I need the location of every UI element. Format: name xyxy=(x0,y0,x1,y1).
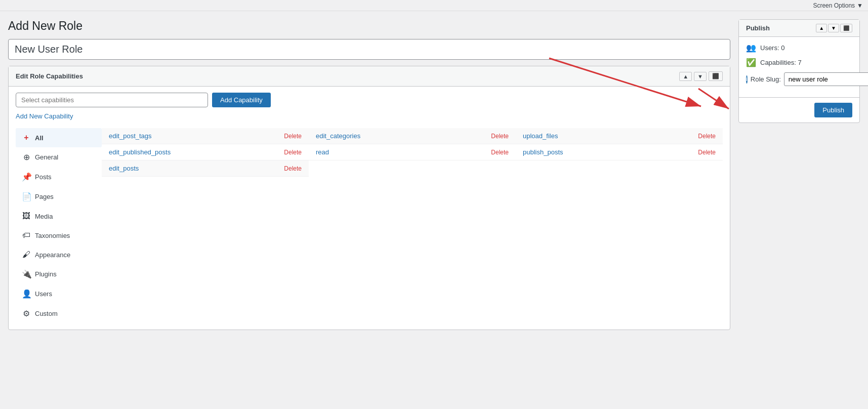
role-slug-input[interactable] xyxy=(784,72,868,86)
role-slug-info-icon: i xyxy=(746,75,748,84)
sidebar-item-plugins[interactable]: 🔌 Plugins xyxy=(16,264,102,284)
sidebar-item-label-pages: Pages xyxy=(35,193,54,200)
screen-options-button[interactable]: Screen Options ▼ xyxy=(813,2,863,9)
table-row: upload_files Delete xyxy=(516,128,723,144)
sidebar-item-label-posts: Posts xyxy=(35,173,52,181)
publish-header: Publish ▲ ▼ ⬛ xyxy=(739,20,859,37)
capability-link-edit-post-tags[interactable]: edit_post_tags xyxy=(109,132,152,140)
plus-icon: + xyxy=(22,133,31,142)
table-row: edit_post_tags Delete xyxy=(102,128,309,144)
page-title: Add New Role xyxy=(8,19,730,33)
capabilities-stat-label: Capabilities: 7 xyxy=(760,59,802,66)
publish-footer: Publish xyxy=(739,97,859,122)
cap-col-2: edit_categories Delete read Delete xyxy=(309,128,516,323)
delete-upload-files[interactable]: Delete xyxy=(698,133,716,140)
delete-read[interactable]: Delete xyxy=(491,149,509,156)
cap-layout: + All ⊕ General 📌 Posts xyxy=(16,128,723,323)
sidebar-item-posts[interactable]: 📌 Posts xyxy=(16,167,102,187)
delete-edit-published-posts[interactable]: Delete xyxy=(284,149,302,156)
users-stat-icon: 👥 xyxy=(746,43,756,53)
wordpress-icon: ⊕ xyxy=(22,152,31,162)
cap-sidebar: + All ⊕ General 📌 Posts xyxy=(16,128,102,323)
header-controls: ▲ ▼ ⬛ xyxy=(679,71,723,81)
users-icon: 👤 xyxy=(22,289,31,299)
sidebar-item-pages[interactable]: 📄 Pages xyxy=(16,187,102,207)
right-panel: Publish ▲ ▼ ⬛ 👥 Users: 0 ✅ xyxy=(738,19,860,123)
role-name-input[interactable] xyxy=(8,39,730,60)
sidebar-item-label-general: General xyxy=(35,153,58,161)
delete-publish-posts[interactable]: Delete xyxy=(698,149,716,156)
screen-options-chevron-icon: ▼ xyxy=(857,2,863,9)
capability-link-edit-categories[interactable]: edit_categories xyxy=(316,132,360,140)
capabilities-body: Add Capability Add New Capability + All xyxy=(9,87,730,330)
screen-options-label: Screen Options xyxy=(813,2,855,9)
main-content: Add New Role Edit Role Capabilities ▲ ▼ … xyxy=(0,11,868,338)
posts-icon: 📌 xyxy=(22,172,31,182)
sidebar-item-taxonomies[interactable]: 🏷 Taxonomies xyxy=(16,226,102,245)
cap-search-row: Add Capability xyxy=(16,93,723,107)
capabilities-stat-icon: ✅ xyxy=(746,58,756,67)
table-row: edit_published_posts Delete xyxy=(102,144,309,160)
sidebar-item-general[interactable]: ⊕ General xyxy=(16,147,102,167)
capabilities-header-title: Edit Role Capabilities xyxy=(16,72,83,80)
publish-collapse-all[interactable]: ⬛ xyxy=(840,24,852,32)
table-row: edit_categories Delete xyxy=(309,128,516,144)
top-bar: Screen Options ▼ xyxy=(0,0,868,11)
sidebar-item-label-all: All xyxy=(35,134,44,142)
delete-edit-posts[interactable]: Delete xyxy=(284,165,302,172)
capabilities-stat: ✅ Capabilities: 7 xyxy=(746,58,852,67)
sidebar-item-media[interactable]: 🖼 Media xyxy=(16,207,102,226)
add-capability-button[interactable]: Add Capability xyxy=(212,93,271,107)
publish-title: Publish xyxy=(746,24,770,32)
sidebar-item-label-taxonomies: Taxonomies xyxy=(35,232,70,239)
table-row: edit_posts Delete xyxy=(102,160,309,177)
capability-link-upload-files[interactable]: upload_files xyxy=(523,132,558,140)
sidebar-item-label-media: Media xyxy=(35,213,53,220)
custom-icon: ⚙ xyxy=(22,309,31,318)
add-new-capability-link[interactable]: Add New Capability xyxy=(16,112,73,120)
capability-link-edit-published-posts[interactable]: edit_published_posts xyxy=(109,148,171,156)
capabilities-header: Edit Role Capabilities ▲ ▼ ⬛ xyxy=(9,66,730,87)
taxonomies-icon: 🏷 xyxy=(22,231,31,240)
cap-table: edit_post_tags Delete edit_published_pos… xyxy=(102,128,723,323)
sidebar-item-users[interactable]: 👤 Users xyxy=(16,284,102,304)
cap-search-input[interactable] xyxy=(16,93,208,107)
sidebar-item-label-users: Users xyxy=(35,290,52,298)
cap-col-1: edit_post_tags Delete edit_published_pos… xyxy=(102,128,309,323)
sidebar-item-label-appearance: Appearance xyxy=(35,251,70,259)
role-slug-row: i Role Slug: xyxy=(746,72,852,86)
pages-icon: 📄 xyxy=(22,192,31,201)
publish-box: Publish ▲ ▼ ⬛ 👥 Users: 0 ✅ xyxy=(738,19,860,123)
users-stat: 👥 Users: 0 xyxy=(746,43,852,53)
table-row: publish_posts Delete xyxy=(516,144,723,160)
appearance-icon: 🖌 xyxy=(22,250,31,259)
publish-collapse-up[interactable]: ▲ xyxy=(816,24,827,32)
capability-link-read[interactable]: read xyxy=(316,148,329,156)
capability-link-publish-posts[interactable]: publish_posts xyxy=(523,148,563,156)
publish-button[interactable]: Publish xyxy=(814,103,852,117)
left-panel: Add New Role Edit Role Capabilities ▲ ▼ … xyxy=(8,19,730,330)
delete-edit-categories[interactable]: Delete xyxy=(491,133,509,140)
collapse-up-button[interactable]: ▲ xyxy=(679,72,692,81)
sidebar-item-all[interactable]: + All xyxy=(16,128,102,147)
sidebar-item-label-custom: Custom xyxy=(35,310,58,317)
sidebar-item-custom[interactable]: ⚙ Custom xyxy=(16,304,102,323)
collapse-down-button[interactable]: ▼ xyxy=(694,72,707,81)
plugins-icon: 🔌 xyxy=(22,269,31,279)
capability-link-edit-posts[interactable]: edit_posts xyxy=(109,165,139,172)
publish-collapse-down[interactable]: ▼ xyxy=(828,24,839,32)
sidebar-item-appearance[interactable]: 🖌 Appearance xyxy=(16,245,102,264)
sidebar-item-label-plugins: Plugins xyxy=(35,270,57,278)
publish-header-controls: ▲ ▼ ⬛ xyxy=(816,24,852,32)
role-slug-label: Role Slug: xyxy=(751,75,781,83)
capabilities-panel: Edit Role Capabilities ▲ ▼ ⬛ Add Capabil… xyxy=(8,66,730,330)
delete-edit-post-tags[interactable]: Delete xyxy=(284,133,302,140)
users-stat-label: Users: 0 xyxy=(760,44,784,52)
cap-col-3: upload_files Delete publish_posts Delete xyxy=(516,128,723,323)
publish-body: 👥 Users: 0 ✅ Capabilities: 7 i Role Slug… xyxy=(739,37,859,97)
media-icon: 🖼 xyxy=(22,212,31,221)
collapse-all-button[interactable]: ⬛ xyxy=(709,71,723,81)
table-row: read Delete xyxy=(309,144,516,160)
